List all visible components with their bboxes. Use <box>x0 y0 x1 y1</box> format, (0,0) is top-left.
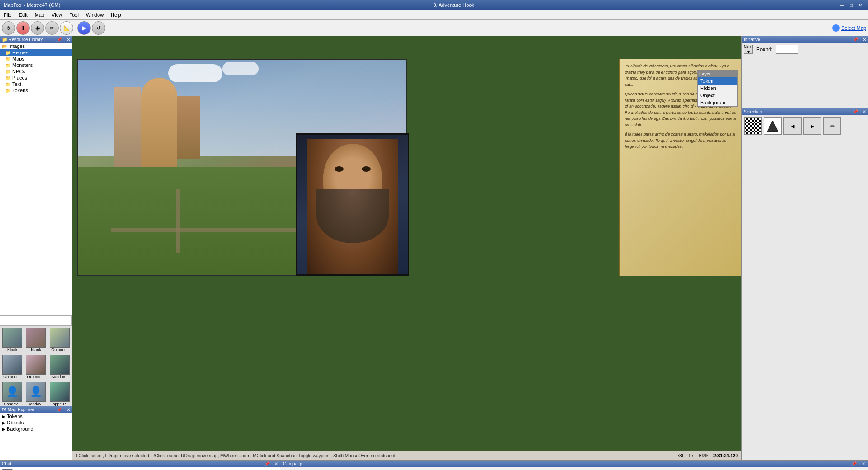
menu-edit[interactable]: Edit <box>15 11 31 19</box>
title-bar: MapTool - Mestre47 (GM) 0. Adventure Hoo… <box>0 0 868 10</box>
right-panel: Initiative 📌 _ ✕ Next ▾ Round: Selection… <box>741 36 868 460</box>
sel-close[interactable]: ✕ <box>863 109 866 114</box>
rl-close[interactable]: ✕ <box>66 37 70 42</box>
resource-library-title: 📁 Resource Library <box>2 37 43 42</box>
svg-marker-0 <box>767 121 778 132</box>
map-area: BOOKTML.COM Layer: Token H <box>72 36 741 460</box>
layer-background[interactable]: Background <box>698 99 737 106</box>
rl-pin[interactable]: 📌 <box>57 37 62 42</box>
thumb-sandov2[interactable]: 👤Sandov... <box>1 381 24 406</box>
map-canvas[interactable]: BOOKTML.COM Layer: Token H <box>72 36 741 451</box>
tool-refresh[interactable]: ↺ <box>92 21 105 35</box>
tree-tokens[interactable]: 📁 Tokens <box>0 87 72 94</box>
thumb-outono3[interactable]: Outono-... <box>24 354 47 380</box>
map-explorer: 🗺 Map Explorer 📌 _ ✕ ▶ Tokens ▶ Objects … <box>0 406 72 460</box>
menu-map[interactable]: Map <box>31 11 48 19</box>
tree-monsters[interactable]: 📁 Monsters <box>0 62 72 68</box>
thumbnail-search[interactable] <box>0 316 72 326</box>
sel-minimize[interactable]: _ <box>859 109 862 114</box>
thumb-sandov3[interactable]: 👤Sandov... <box>24 381 47 406</box>
tree-maps[interactable]: 📁 Maps <box>0 56 72 62</box>
tree-images[interactable]: 📂 Images <box>0 43 72 49</box>
menu-tool[interactable]: Tool <box>66 11 82 19</box>
chat-minimize[interactable]: _ <box>271 461 274 466</box>
map-explorer-title-bar: 🗺 Map Explorer 📌 _ ✕ <box>0 406 72 413</box>
tool-draw[interactable]: ✏ <box>45 21 59 35</box>
menu-file[interactable]: File <box>0 11 15 19</box>
me-close[interactable]: ✕ <box>66 407 70 412</box>
tree-npcs[interactable]: 📁 NPCs <box>0 68 72 75</box>
thumb-klank1[interactable]: Klank <box>1 327 24 353</box>
chat-messages: Spell Save DC: 12 19 Arcana Check = + In… <box>0 467 280 470</box>
menu-help[interactable]: Help <box>107 11 125 19</box>
coords: 730, -17 <box>677 453 693 458</box>
tree-text[interactable]: 📁 Text <box>0 81 72 87</box>
camp-pin[interactable]: 📌 <box>851 461 857 466</box>
map-explorer-title: 🗺 Map Explorer <box>2 407 34 412</box>
menu-window[interactable]: Window <box>82 11 107 19</box>
init-close[interactable]: ✕ <box>863 37 866 42</box>
thumbnails-grid: Klank Klank Outono... Outono-... Outono-… <box>0 326 72 406</box>
me-tokens[interactable]: ▶ Tokens <box>0 413 72 419</box>
campaign-title-bar: Campaign 📌 _ ✕ <box>280 461 868 467</box>
maximize-button[interactable]: □ <box>847 1 855 9</box>
selection-panel: Selection 📌 _ ✕ ◀ ▶ ✏ <box>742 108 868 460</box>
sel-pin[interactable]: 📌 <box>853 109 858 114</box>
thumb-topph[interactable]: Topph-P... <box>48 381 71 406</box>
resource-tree: 📂 Images 📁 Heroes 📁 Maps 📁 Monsters 📁 NP… <box>0 43 72 315</box>
sel-forward[interactable]: ▶ <box>803 117 821 135</box>
left-panel: 📁 Resource Library 📌 _ ✕ 📂 Images 📁 Hero… <box>0 36 72 460</box>
layer-dropdown-header: Layer: <box>698 70 737 77</box>
init-pin[interactable]: 📌 <box>853 37 858 42</box>
close-button[interactable]: ✕ <box>856 1 864 9</box>
tool-move[interactable]: ⬆ <box>16 21 30 35</box>
resource-library: 📁 Resource Library 📌 _ ✕ 📂 Images 📁 Hero… <box>0 36 72 315</box>
init-minimize[interactable]: _ <box>859 37 862 42</box>
layer-hidden[interactable]: Hidden <box>698 85 737 92</box>
campaign-section-play: 1. Play Roll Initiative! Roll Weapon Att… <box>280 467 868 470</box>
selection-content: ◀ ▶ ✏ <box>742 115 868 137</box>
sel-checkerboard[interactable] <box>744 117 762 135</box>
thumb-klank2[interactable]: Klank <box>24 327 47 353</box>
thumb-outono1[interactable]: Outono... <box>48 327 71 353</box>
bottom-section: Chat 📌 _ ✕ Spell Save DC: 12 19 <box>0 460 868 470</box>
toolbar: 🖱 ⬆ ◉ ✏ 📐 ▶ ↺ Select Map <box>0 20 868 36</box>
selection-title: Selection <box>744 109 762 114</box>
me-background[interactable]: ▶ Background <box>0 426 72 432</box>
menu-view[interactable]: View <box>48 11 66 19</box>
sel-edit[interactable]: ✏ <box>823 117 841 135</box>
menu-bar: File Edit Map View Tool Window Help <box>0 10 868 20</box>
chat-title: Chat <box>2 461 11 466</box>
character-portrait[interactable] <box>296 133 409 276</box>
thumb-outono2[interactable]: Outono-... <box>1 354 24 380</box>
camp-close[interactable]: ✕ <box>862 461 865 466</box>
camp-minimize[interactable]: _ <box>858 461 861 466</box>
tool-blue[interactable]: ▶ <box>77 21 91 35</box>
tool-select[interactable]: 🖱 <box>2 21 15 35</box>
minimize-button[interactable]: — <box>838 1 846 9</box>
initiative-next-btn[interactable]: Next ▾ <box>744 45 753 54</box>
layer-dropdown: Layer: Token Hidden Object Background <box>697 70 738 107</box>
session-name: 0. Adventure Hook <box>69 2 838 8</box>
tree-heroes[interactable]: 📁 Heroes <box>0 49 72 56</box>
sel-arrow[interactable]: ◀ <box>783 117 802 135</box>
layer-token[interactable]: Token <box>698 77 737 85</box>
tool-measure[interactable]: 📐 <box>60 21 73 35</box>
me-minimize[interactable]: _ <box>63 407 66 412</box>
app-title: MapTool - Mestre47 (GM) <box>4 2 60 8</box>
layer-object[interactable]: Object <box>698 92 737 99</box>
round-input[interactable] <box>776 45 798 54</box>
me-pin[interactable]: 📌 <box>57 407 62 412</box>
rl-minimize[interactable]: _ <box>63 37 66 42</box>
chat-close[interactable]: ✕ <box>274 461 278 466</box>
thumb-sandov1[interactable]: Sandov... <box>48 354 71 380</box>
map-background: BOOKTML.COM Layer: Token H <box>72 36 741 451</box>
tool-fog[interactable]: ◉ <box>31 21 44 35</box>
globe-icon <box>832 24 840 32</box>
round-label: Round: <box>756 47 772 52</box>
sel-white[interactable] <box>764 117 782 135</box>
tree-places[interactable]: 📁 Places <box>0 75 72 81</box>
select-map-label[interactable]: Select Map <box>841 25 866 31</box>
chat-pin[interactable]: 📌 <box>264 461 270 466</box>
me-objects[interactable]: ▶ Objects <box>0 419 72 426</box>
